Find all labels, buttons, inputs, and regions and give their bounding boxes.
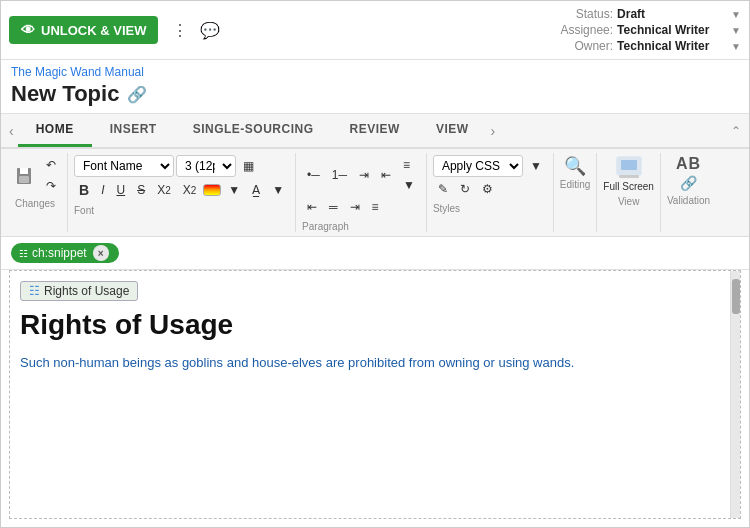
- font-label: Font: [74, 205, 289, 216]
- full-screen-icon: [615, 155, 643, 181]
- find-replace-icon[interactable]: 🔍: [564, 155, 586, 177]
- highlight-button[interactable]: [203, 184, 221, 196]
- svg-rect-2: [19, 176, 29, 183]
- svg-rect-4: [621, 160, 637, 170]
- styles-label: Styles: [433, 203, 547, 214]
- owner-row: Owner: Technical Writer ▼: [553, 39, 741, 53]
- content-paragraph: Such non-human beings as goblins and hou…: [20, 353, 724, 374]
- font-format-dropdown[interactable]: ▼: [267, 180, 289, 200]
- view-label: View: [618, 196, 640, 207]
- chat-icon[interactable]: 💬: [198, 19, 222, 42]
- link-icon[interactable]: 🔗: [127, 85, 147, 104]
- validation-label: Validation: [667, 195, 710, 206]
- tab-single-sourcing[interactable]: SINGLE-SOURCING: [175, 114, 332, 147]
- subscript-button[interactable]: X2: [152, 180, 176, 200]
- svg-rect-1: [20, 168, 28, 174]
- indent-increase-button[interactable]: ⇥: [354, 165, 374, 185]
- editing-group: 🔍 Editing: [554, 153, 598, 232]
- font-size-select[interactable]: 3 (12pt): [176, 155, 236, 177]
- snippet-grid-icon: ☷: [19, 248, 28, 259]
- eye-icon: 👁: [21, 22, 35, 38]
- paragraph-label: Paragraph: [302, 221, 420, 232]
- underline-button[interactable]: U: [111, 180, 130, 200]
- font-name-select[interactable]: Font Name: [74, 155, 174, 177]
- assignee-dropdown-icon[interactable]: ▼: [731, 25, 741, 36]
- align-left-button[interactable]: ⇤: [302, 197, 322, 217]
- owner-dropdown-icon[interactable]: ▼: [731, 41, 741, 52]
- editing-label: Editing: [560, 179, 591, 190]
- page-title: New Topic: [11, 81, 119, 107]
- content-heading: Rights of Usage: [20, 309, 724, 341]
- changes-label: Changes: [15, 198, 55, 209]
- ul-button[interactable]: •─: [302, 165, 325, 185]
- redo-button[interactable]: ↷: [41, 176, 61, 196]
- top-bar-icons: ⋮ 💬: [170, 19, 222, 42]
- tab-review[interactable]: REVIEW: [332, 114, 418, 147]
- unlock-view-button[interactable]: 👁 UNLOCK & VIEW: [9, 16, 158, 44]
- snippet-tag[interactable]: ☷ ch:snippet ×: [11, 243, 119, 263]
- line-spacing-dropdown[interactable]: ▼: [398, 175, 420, 195]
- undo-button[interactable]: ↶: [41, 155, 61, 175]
- indent-decrease-button[interactable]: ⇤: [376, 165, 396, 185]
- font-color-button[interactable]: A̲: [247, 180, 265, 200]
- css-refresh-button[interactable]: ↻: [455, 179, 475, 199]
- strikethrough-button[interactable]: S: [132, 180, 150, 200]
- font-color-dropdown[interactable]: ▼: [223, 180, 245, 200]
- chain-link-icon[interactable]: 🔗: [680, 175, 697, 191]
- breadcrumb[interactable]: The Magic Wand Manual: [11, 65, 144, 79]
- more-icon[interactable]: ⋮: [170, 19, 190, 42]
- svg-rect-5: [619, 175, 639, 178]
- snippet-bar: ☷ ch:snippet ×: [1, 237, 749, 270]
- breadcrumb-area: The Magic Wand Manual: [1, 60, 749, 79]
- status-panel: Status: Draft ▼ Assignee: Technical Writ…: [553, 7, 741, 53]
- clear-format-button[interactable]: ▦: [238, 156, 259, 176]
- font-group: Font Name 3 (12pt) ▦ B I U S X2 X2 ▼: [68, 153, 296, 232]
- scrollbar-thumb: [732, 279, 740, 314]
- validation-group: AB 🔗 Validation: [661, 153, 716, 232]
- italic-button[interactable]: I: [96, 180, 109, 200]
- ol-button[interactable]: 1─: [327, 165, 352, 185]
- tab-next-arrow[interactable]: ›: [487, 117, 500, 145]
- tab-insert[interactable]: INSERT: [92, 114, 175, 147]
- align-center-button[interactable]: ═: [324, 197, 343, 217]
- tab-home[interactable]: HOME: [18, 114, 92, 147]
- collapse-ribbon-icon[interactable]: ⌃: [727, 118, 745, 144]
- tab-view[interactable]: VIEW: [418, 114, 487, 147]
- content-path-tag: ☷ Rights of Usage: [20, 281, 138, 301]
- css-paint-button[interactable]: ✎: [433, 179, 453, 199]
- tabs-bar: ‹ HOME INSERT SINGLE-SOURCING REVIEW VIE…: [1, 113, 749, 149]
- ab-icon: AB: [676, 155, 701, 173]
- line-spacing-button[interactable]: ≡: [398, 155, 420, 175]
- changes-group: ↶ ↷ Changes: [7, 153, 68, 232]
- snippet-close-button[interactable]: ×: [93, 245, 109, 261]
- apply-css-select[interactable]: Apply CSS: [433, 155, 523, 177]
- content-editor[interactable]: ☷ Rights of Usage Rights of Usage Such n…: [9, 270, 741, 519]
- assignee-row: Assignee: Technical Writer ▼: [553, 23, 741, 37]
- align-justify-button[interactable]: ≡: [367, 197, 384, 217]
- status-row: Status: Draft ▼: [553, 7, 741, 21]
- grid-icon: ☷: [29, 284, 40, 298]
- css-dropdown-btn[interactable]: ▼: [525, 156, 547, 176]
- editor-content: ☷ Rights of Usage Rights of Usage Such n…: [10, 271, 740, 518]
- title-row: New Topic 🔗: [1, 79, 749, 113]
- tab-prev-arrow[interactable]: ‹: [5, 117, 18, 145]
- content-path-label: Rights of Usage: [44, 284, 129, 298]
- bold-button[interactable]: B: [74, 179, 94, 201]
- paragraph-group: •─ 1─ ⇥ ⇤ ≡ ▼ ⇤ ═ ⇥ ≡ Paragraph: [296, 153, 427, 232]
- full-screen-label: Full Screen: [603, 181, 654, 192]
- styles-group: Apply CSS ▼ ✎ ↻ ⚙ Styles: [427, 153, 554, 232]
- ribbon-toolbar: ↶ ↷ Changes Font Name 3 (12pt) ▦: [1, 149, 749, 237]
- scrollbar[interactable]: [730, 271, 740, 518]
- status-dropdown-icon[interactable]: ▼: [731, 9, 741, 20]
- superscript-button[interactable]: X2: [178, 180, 202, 200]
- snippet-label: ch:snippet: [32, 246, 87, 260]
- top-bar: 👁 UNLOCK & VIEW ⋮ 💬 Status: Draft ▼ Assi…: [1, 1, 749, 60]
- align-right-button[interactable]: ⇥: [345, 197, 365, 217]
- view-group: Full Screen View: [597, 153, 661, 232]
- save-button[interactable]: [9, 163, 39, 189]
- css-settings-button[interactable]: ⚙: [477, 179, 498, 199]
